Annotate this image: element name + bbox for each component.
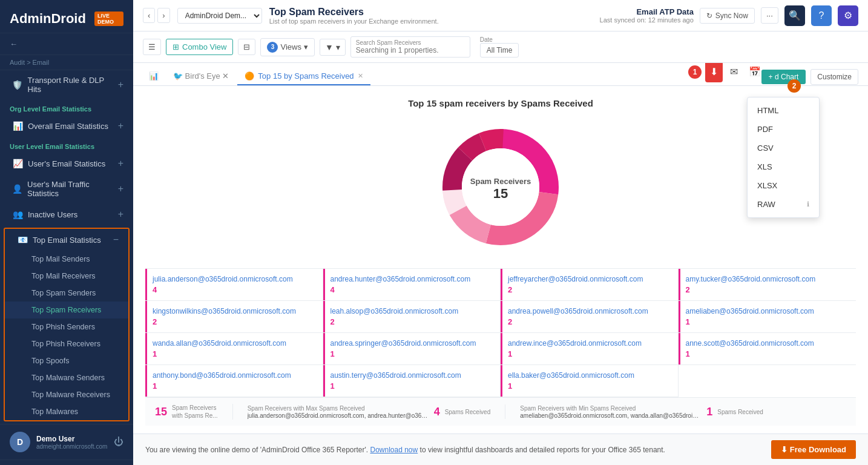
user-level-section-label: User Level Email Statistics [0,137,133,153]
search-section: Search Spam Receivers [356,39,465,54]
sidebar-subitem-top-phish-senders[interactable]: Top Phish Senders [5,318,128,335]
download-now-link[interactable]: Download now [370,446,418,454]
email-cell[interactable]: ella.baker@o365droid.onmicrosoft.com [508,371,668,380]
sidebar-breadcrumb: Audit > Email [0,55,133,70]
user-email-icon: 📈 [12,159,23,168]
nav-back-button[interactable]: ‹ [143,8,155,23]
inactive-icon: 👥 [12,209,23,219]
top-email-stats-section: 📧 Top Email Statistics − Top Mail Sender… [4,228,130,421]
settings-button[interactable]: ⚙ [838,5,858,26]
email-cell[interactable]: julia.anderson@o365droid.onmicrosoft.com [153,275,313,283]
table-row: andrew.ince@o365droid.onmicrosoft.com 1 [501,333,679,365]
sidebar-subitem-top-malwares[interactable]: Top Malwares [5,403,128,420]
free-download-button[interactable]: ⬇ Free Download [771,440,856,459]
date-button[interactable]: All Time [480,43,519,58]
bottom-banner: You are viewing the online demo of 'Admi… [133,434,868,465]
sidebar-item-inactive[interactable]: 👥 Inactive Users + [0,203,133,225]
export-csv[interactable]: CSV [748,139,819,157]
user-traffic-expand-icon: + [118,183,123,194]
power-icon[interactable]: ⏻ [114,437,123,447]
combo-view-icon: ⊞ [173,42,179,51]
export-xlsx[interactable]: XLSX [748,176,819,195]
email-cell[interactable]: andrea.powell@o365droid.onmicrosoft.com [508,307,668,315]
sidebar-subitem-top-spam-receivers[interactable]: Top Spam Receivers [5,302,128,318]
email-cell[interactable]: ameliaben@o365droid.onmicrosoft.com [686,307,847,315]
sidebar-subitem-top-mail-receivers[interactable]: Top Mail Receivers [5,268,128,285]
raw-info-icon: ℹ [807,200,809,208]
email-cell[interactable]: kingstonwilkins@o365droid.onmicrosoft.co… [153,307,313,315]
email-export-button[interactable]: ✉ [726,63,741,81]
views-button[interactable]: 3 Views ▾ [260,38,314,56]
sidebar-subitem-top-mail-senders[interactable]: Top Mail Senders [5,251,128,268]
table-row: leah.alsop@o365droid.onmicrosoft.com 2 [323,301,501,333]
sidebar-subitem-top-phish-receivers[interactable]: Top Phish Receivers [5,335,128,352]
tab-close-icon[interactable]: ✕ [358,72,363,80]
sidebar-item-transport[interactable]: 🛡️ Transport Rule & DLP Hits + [0,70,133,99]
email-cell[interactable]: amy.tucker@o365droid.onmicrosoft.com [686,275,847,283]
export-raw[interactable]: RAW ℹ [748,195,819,214]
download-icon: ⬇ [710,66,718,78]
list-view-button[interactable]: ☰ [143,39,161,55]
email-cell[interactable]: wanda.allan@o365droid.onmicrosoft.com [153,339,313,348]
email-cell[interactable]: andrea.hunter@o365droid.onmicrosoft.com [330,275,491,283]
sidebar-subitem-top-spoofs[interactable]: Top Spoofs [5,352,128,369]
export-pdf[interactable]: PDF [748,120,819,139]
email-cell[interactable]: anne.scott@o365droid.onmicrosoft.com [686,339,847,348]
sidebar-collapse-button[interactable]: ‹ [0,460,133,465]
overall-expand-icon: + [118,120,123,131]
bar-chart-icon[interactable]: 📊 [143,68,165,85]
stat-total-label: Spam Receiverswith Spams Re... [172,404,218,420]
footer-stats: 15 Spam Receiverswith Spams Re... Spam R… [145,397,856,426]
count-cell: 1 [508,381,668,391]
sidebar-item-top-email-stats[interactable]: 📧 Top Email Statistics − [5,229,128,251]
count-cell: 1 [686,317,847,326]
birds-eye-tab[interactable]: 🐦 Bird's Eye ✕ [167,68,235,85]
email-cell[interactable]: andrew.ince@o365droid.onmicrosoft.com [508,339,668,348]
sidebar-subitem-top-spam-senders[interactable]: Top Spam Senders [5,285,128,302]
count-cell: 2 [686,285,847,294]
nav-forward-button[interactable]: › [157,8,169,23]
sidebar-subitem-top-malware-receivers[interactable]: Top Malware Receivers [5,386,128,403]
grid-view-button[interactable]: ⊟ [238,39,255,55]
sidebar-item-transport-label: Transport Rule & DLP Hits [28,76,118,94]
email-cell[interactable]: anthony.bond@o365droid.onmicrosoft.com [153,371,313,380]
export-html[interactable]: HTML [748,101,819,120]
sidebar-footer: D Demo User admeight.onmicrosoft.com ⏻ [0,424,133,460]
schedule-button[interactable]: 📅 [745,63,764,81]
stat-max: Spam Receivers with Max Spams Received j… [248,404,506,419]
email-cell[interactable]: leah.alsop@o365droid.onmicrosoft.com [330,307,491,315]
badge-2: 2 [787,79,801,93]
search-input[interactable] [356,46,465,54]
sidebar-item-user-traffic-label: User's Mail Traffic Statistics [27,180,118,198]
sidebar-item-user-traffic[interactable]: 👤 User's Mail Traffic Statistics + [0,174,133,203]
more-options-button[interactable]: ··· [761,7,778,24]
tab-top15-spams[interactable]: 🟠 Top 15 by Spams Received ✕ [237,68,370,85]
date-label: Date [480,36,519,43]
search-button[interactable]: 🔍 [784,5,805,26]
schedule-icon: 📅 [749,67,761,77]
user-email: admeight.onmicrosoft.com [36,443,107,450]
sidebar-item-user-email[interactable]: 📈 User's Email Statistics + [0,153,133,174]
export-xls[interactable]: XLS [748,157,819,176]
breadcrumb-select[interactable]: AdminDroid Dem... [177,8,262,24]
stat-max-sub: Spams Received [445,408,491,416]
sidebar-back-button[interactable]: ← [0,33,133,55]
sidebar-item-overall[interactable]: 📊 Overall Email Statistics + [0,115,133,137]
transport-expand-icon: + [118,79,123,90]
email-cell[interactable]: andrea.springer@o365droid.onmicrosoft.co… [330,339,491,348]
download-button[interactable]: ⬇ [705,63,723,82]
help-button[interactable]: ? [811,5,832,26]
overall-icon: 📊 [12,121,23,131]
stat-total-num: 15 [155,406,167,418]
stat-max-emails: julia.anderson@o365droid.onmicrosoft.com… [248,412,429,419]
filter-button[interactable]: ▼ ▾ [320,39,346,56]
combo-view-button[interactable]: ⊞ Combo View [166,39,233,55]
live-demo-badge: LIVE DEMO [94,12,123,26]
stat-min-sub: Spams Received [717,408,763,416]
count-cell: 4 [330,285,491,294]
sync-now-button[interactable]: ↻ Sync Now [700,8,755,24]
sidebar-subitem-top-malware-senders[interactable]: Top Malware Senders [5,369,128,386]
email-cell[interactable]: jeffreyarcher@o365droid.onmicrosoft.com [508,275,668,283]
customize-button[interactable]: Customize [810,69,858,85]
email-cell[interactable]: austin.terry@o365droid.onmicrosoft.com [330,371,491,380]
